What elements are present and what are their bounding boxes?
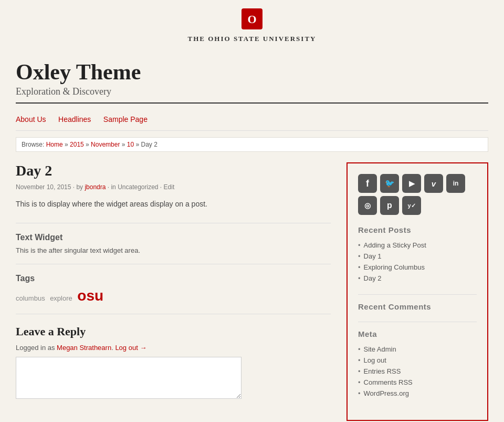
twitter-icon[interactable]: 🐦 xyxy=(380,174,399,193)
tag-columbus[interactable]: columbus xyxy=(16,294,45,302)
university-name: The Ohio State University xyxy=(16,35,488,43)
post-article: Day 2 November 10, 2015 · by jbondra · i… xyxy=(16,162,331,210)
site-title: Oxley Theme xyxy=(16,60,488,84)
content-layout: Day 2 November 10, 2015 · by jbondra · i… xyxy=(16,162,488,421)
post-divider xyxy=(16,223,331,223)
tags-divider xyxy=(16,264,331,264)
meta-log-out[interactable]: Log out xyxy=(364,356,386,364)
instagram-icon[interactable]: ◎ xyxy=(358,196,377,215)
reply-title: Leave a Reply xyxy=(16,325,331,338)
breadcrumb-home[interactable]: Home xyxy=(46,141,63,148)
post-edit-link[interactable]: Edit xyxy=(164,183,175,191)
list-item: Day 2 xyxy=(358,273,477,284)
meta-comments-rss[interactable]: Comments RSS xyxy=(364,378,413,386)
meta-site-admin[interactable]: Site Admin xyxy=(364,345,396,353)
meta-wordpress-org[interactable]: WordPress.org xyxy=(364,389,409,397)
reply-section: Leave a Reply Logged in as Megan Strathe… xyxy=(16,325,331,399)
facebook-icon[interactable]: f xyxy=(358,174,377,193)
reply-logged-in: Logged in as Megan Strathearn. Log out → xyxy=(16,344,331,352)
youtube-icon[interactable]: ▶ xyxy=(402,174,421,193)
post-date: November 10, 2015 xyxy=(16,183,71,191)
recent-posts-title: Recent Posts xyxy=(358,225,477,234)
linkedin-icon[interactable]: in xyxy=(446,174,465,193)
vimeo-icon[interactable]: v xyxy=(424,174,443,193)
logout-link[interactable]: Log out → xyxy=(115,344,146,352)
nav-sample-page[interactable]: Sample Page xyxy=(103,115,148,123)
reply-divider xyxy=(16,314,331,314)
recent-post-sticky[interactable]: Adding a Sticky Post xyxy=(364,241,426,249)
recent-comments-title: Recent Comments xyxy=(358,302,477,311)
recent-post-day2[interactable]: Day 2 xyxy=(364,274,382,282)
yelp-icon[interactable]: y✓ xyxy=(402,196,421,215)
recent-posts-list: Adding a Sticky Post Day 1 Exploring Col… xyxy=(358,240,477,284)
tag-osu[interactable]: osu xyxy=(77,287,103,304)
meta-list: Site Admin Log out Entries RSS Comments … xyxy=(358,344,477,399)
post-meta: November 10, 2015 · by jbondra · in Unca… xyxy=(16,183,331,191)
post-title: Day 2 xyxy=(16,162,331,179)
text-widget: Text Widget This is the after singular t… xyxy=(16,233,331,254)
list-item: Entries RSS xyxy=(358,366,477,377)
breadcrumb-current: Day 2 xyxy=(141,141,158,148)
list-item: WordPress.org xyxy=(358,388,477,399)
tags-title: Tags xyxy=(16,274,331,283)
social-icons-group: f 🐦 ▶ v in ◎ p y✓ xyxy=(358,174,477,215)
site-header: O The Ohio State University xyxy=(16,0,488,49)
osu-logo: O xyxy=(242,8,262,32)
list-item: Site Admin xyxy=(358,344,477,355)
logged-in-prefix: Logged in as xyxy=(16,344,55,352)
main-content: Day 2 November 10, 2015 · by jbondra · i… xyxy=(16,162,331,398)
sidebar: f 🐦 ▶ v in ◎ p y✓ Recent Posts Adding a … xyxy=(346,162,488,421)
tag-explore[interactable]: explore xyxy=(50,294,72,302)
svg-text:O: O xyxy=(247,13,256,26)
logout-arrow: → xyxy=(140,344,146,352)
sidebar-divider-2 xyxy=(358,322,477,322)
logout-text: Log out xyxy=(115,344,138,352)
post-body: This is to display where the widget area… xyxy=(16,198,331,210)
breadcrumb-prefix: Browse: xyxy=(22,141,44,148)
reply-textarea[interactable] xyxy=(16,357,242,399)
logged-in-user[interactable]: Megan Strathearn xyxy=(57,344,111,352)
list-item: Log out xyxy=(358,355,477,366)
recent-post-columbus[interactable]: Exploring Columbus xyxy=(364,263,425,271)
text-widget-body: This is the after singular text widget a… xyxy=(16,246,331,254)
site-title-area: Oxley Theme Exploration & Discovery xyxy=(16,49,488,109)
nav-about-us[interactable]: About Us xyxy=(16,115,46,123)
breadcrumb-2015[interactable]: 2015 xyxy=(70,141,84,148)
pinterest-icon[interactable]: p xyxy=(380,196,399,215)
meta-title: Meta xyxy=(358,330,477,338)
list-item: Adding a Sticky Post xyxy=(358,240,477,251)
breadcrumb: Browse: Home » 2015 » November » 10 » Da… xyxy=(16,137,488,152)
tags-section: Tags columbus explore osu xyxy=(16,274,331,304)
site-tagline: Exploration & Discovery xyxy=(16,86,488,97)
nav-headlines[interactable]: Headlines xyxy=(58,115,91,123)
recent-post-day1[interactable]: Day 1 xyxy=(364,252,382,260)
title-border xyxy=(16,102,488,104)
text-widget-title: Text Widget xyxy=(16,233,331,242)
list-item: Day 1 xyxy=(358,251,477,262)
sidebar-divider-1 xyxy=(358,294,477,295)
post-author[interactable]: jbondra xyxy=(85,183,106,191)
breadcrumb-10[interactable]: 10 xyxy=(127,141,134,148)
list-item: Comments RSS xyxy=(358,377,477,388)
breadcrumb-november[interactable]: November xyxy=(91,141,120,148)
list-item: Exploring Columbus xyxy=(358,262,477,273)
post-category: Uncategorized xyxy=(118,183,158,191)
meta-entries-rss[interactable]: Entries RSS xyxy=(364,367,401,375)
main-nav: About Us Headlines Sample Page xyxy=(16,109,488,131)
